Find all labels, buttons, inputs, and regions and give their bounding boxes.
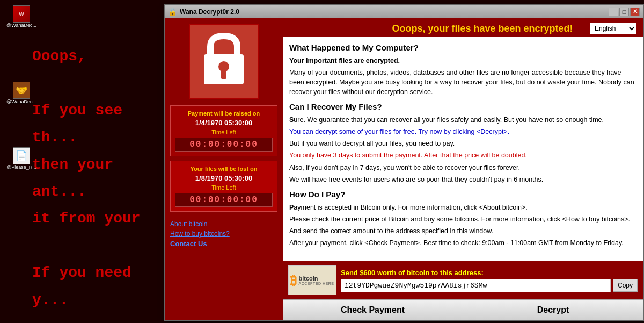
how-to-buy-link[interactable]: How to buy bitcoins? xyxy=(170,230,277,238)
window-body: Payment will be raised on 1/4/1970 05:30… xyxy=(165,18,643,320)
bitcoin-address-field[interactable] xyxy=(341,279,611,292)
content-scroll-area[interactable]: What Happened to My Computer? Your impor… xyxy=(283,37,643,261)
section1-p1: Your important files are encrypted. xyxy=(289,56,636,66)
desktop-icon-1: W @WanaDec... xyxy=(4,5,39,28)
payment-raise-countdown: 00:00:00:00 xyxy=(175,138,273,152)
bitcoin-wordmark: bitcoin xyxy=(298,275,334,282)
bitcoin-right: Send $600 worth of bitcoin to this addre… xyxy=(341,269,638,292)
close-button[interactable]: ✕ xyxy=(630,8,640,16)
wanna-cry-window: 🔒 Wana Decrypt0r 2.0 ─ □ ✕ xyxy=(164,4,644,321)
section2-p4: You only have 3 days to submit the payme… xyxy=(289,150,636,160)
section1-p2: Many of your documents, photos, videos, … xyxy=(289,68,636,97)
section2-p3: But if you want to decrypt all your file… xyxy=(289,139,636,148)
section2-title: Can I Recover My Files? xyxy=(289,101,636,113)
payment-lost-timeleft-label: Time Left xyxy=(175,184,273,191)
padlock-icon xyxy=(200,32,248,91)
payment-lost-countdown: 00:00:00:00 xyxy=(175,193,273,207)
address-row: Copy xyxy=(341,279,638,292)
payment-raise-title: Payment will be raised on xyxy=(175,110,273,117)
bitcoin-logo: ₿ bitcoin ACCEPTED HERE xyxy=(288,265,336,295)
desktop-background-text: Ooops, If you see th... then your ant...… xyxy=(32,43,172,323)
section3-p2: Please check the current price of Bitcoi… xyxy=(289,214,636,224)
payment-raise-timeleft-label: Time Left xyxy=(175,129,273,135)
left-panel: Payment will be raised on 1/4/1970 05:30… xyxy=(165,18,283,320)
section2-p5: Also, if you don't pay in 7 days, you wo… xyxy=(289,163,636,173)
payment-lost-date: 1/8/1970 05:30:00 xyxy=(175,174,273,182)
payment-lost-box: Your files will be lost on 1/8/1970 05:3… xyxy=(170,161,277,212)
titlebar-controls: ─ □ ✕ xyxy=(609,8,640,16)
bitcoin-send-message: Send $600 worth of bitcoin to this addre… xyxy=(341,269,638,277)
header-title: Ooops, your files have been encrypted! xyxy=(375,23,590,34)
payment-raise-date: 1/4/1970 05:30:00 xyxy=(175,119,273,127)
section1-title: What Happened to My Computer? xyxy=(289,42,636,54)
section2-p1: Sure. We guarantee that you can recover … xyxy=(289,115,636,125)
bottom-buttons: Check Payment Decrypt xyxy=(283,299,643,320)
minimize-button[interactable]: ─ xyxy=(609,8,618,16)
section2-p6: We will have free events for users who a… xyxy=(289,175,636,184)
padlock-container xyxy=(189,24,259,99)
section3-p1: Payment is accepted in Bitcoin only. For… xyxy=(289,203,636,212)
decrypt-button[interactable]: Decrypt xyxy=(463,300,643,320)
left-links: About bitcoin How to buy bitcoins? Conta… xyxy=(170,220,277,250)
bitcoin-accepted-text: ACCEPTED HERE xyxy=(298,282,334,285)
language-select[interactable]: English Chinese Spanish French German Ru… xyxy=(590,23,636,34)
titlebar: 🔒 Wana Decrypt0r 2.0 ─ □ ✕ xyxy=(165,5,643,18)
bitcoin-b-symbol: ₿ xyxy=(290,273,297,288)
copy-button[interactable]: Copy xyxy=(613,279,638,292)
about-bitcoin-link[interactable]: About bitcoin xyxy=(170,220,277,228)
section3-p3: And send the correct amount to the addre… xyxy=(289,226,636,236)
payment-lost-title: Your files will be lost on xyxy=(175,166,273,172)
maximize-button[interactable]: □ xyxy=(619,8,629,16)
contact-us-link[interactable]: Contact Us xyxy=(170,240,277,248)
header: Ooops, your files have been encrypted! E… xyxy=(283,18,643,37)
titlebar-icon: 🔒 xyxy=(168,8,177,16)
bitcoin-section: ₿ bitcoin ACCEPTED HERE Send $600 worth … xyxy=(283,261,643,299)
right-panel: Ooops, your files have been encrypted! E… xyxy=(283,18,643,320)
svg-rect-2 xyxy=(221,70,226,79)
titlebar-title: Wana Decrypt0r 2.0 xyxy=(180,8,609,16)
check-payment-button[interactable]: Check Payment xyxy=(283,300,463,320)
payment-raise-box: Payment will be raised on 1/4/1970 05:30… xyxy=(170,105,277,156)
section3-p4: After your payment, click <Check Payment… xyxy=(289,238,636,248)
section3-title: How Do I Pay? xyxy=(289,189,636,200)
section2-p2: You can decrypt some of your files for f… xyxy=(289,127,636,137)
